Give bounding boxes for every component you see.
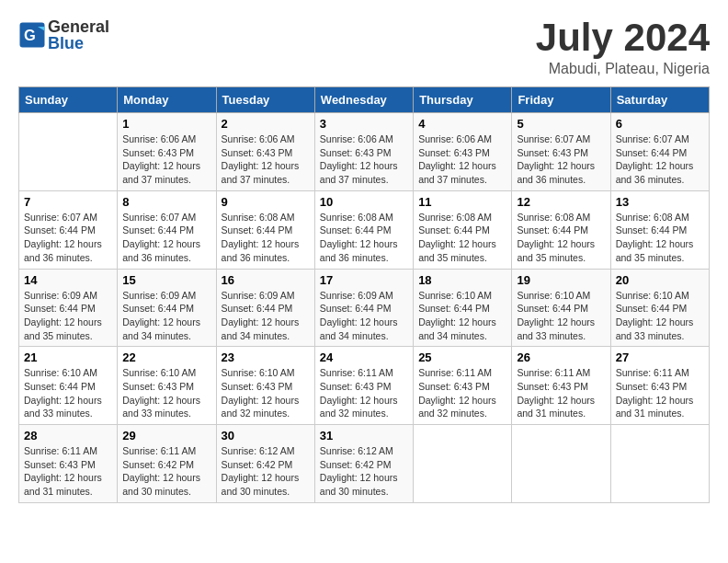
weekday-header-friday: Friday	[512, 87, 610, 113]
day-number: 6	[616, 117, 704, 131]
day-number: 13	[616, 195, 704, 209]
day-number: 21	[24, 350, 112, 364]
calendar-day-23: 23Sunrise: 6:10 AMSunset: 6:43 PMDayligh…	[216, 347, 314, 425]
day-info: Sunrise: 6:06 AMSunset: 6:43 PMDaylight:…	[222, 132, 310, 187]
day-info: Sunrise: 6:08 AMSunset: 6:44 PMDaylight:…	[418, 211, 506, 265]
day-info: Sunrise: 6:09 AMSunset: 6:44 PMDaylight:…	[222, 289, 310, 343]
day-number: 20	[616, 273, 704, 287]
calendar-day-25: 25Sunrise: 6:11 AMSunset: 6:43 PMDayligh…	[414, 347, 512, 425]
calendar-day-10: 10Sunrise: 6:08 AMSunset: 6:44 PMDayligh…	[314, 190, 413, 269]
calendar-day-9: 9Sunrise: 6:08 AMSunset: 6:44 PMDaylight…	[216, 190, 314, 269]
calendar-day-16: 16Sunrise: 6:09 AMSunset: 6:44 PMDayligh…	[216, 269, 314, 347]
calendar-empty-cell	[512, 425, 610, 503]
day-number: 18	[418, 273, 506, 287]
day-info: Sunrise: 6:06 AMSunset: 6:43 PMDaylight:…	[122, 132, 210, 187]
day-info: Sunrise: 6:10 AMSunset: 6:43 PMDaylight:…	[222, 366, 310, 420]
day-info: Sunrise: 6:11 AMSunset: 6:43 PMDaylight:…	[418, 366, 506, 420]
day-info: Sunrise: 6:11 AMSunset: 6:43 PMDaylight:…	[320, 366, 408, 420]
calendar-day-1: 1Sunrise: 6:06 AMSunset: 6:43 PMDaylight…	[118, 113, 216, 191]
calendar-day-31: 31Sunrise: 6:12 AMSunset: 6:42 PMDayligh…	[314, 425, 413, 503]
day-number: 3	[320, 117, 408, 131]
day-number: 30	[222, 429, 310, 442]
day-info: Sunrise: 6:10 AMSunset: 6:44 PMDaylight:…	[418, 289, 506, 343]
day-info: Sunrise: 6:08 AMSunset: 6:44 PMDaylight:…	[616, 211, 704, 265]
calendar-day-26: 26Sunrise: 6:11 AMSunset: 6:43 PMDayligh…	[512, 347, 610, 425]
day-info: Sunrise: 6:11 AMSunset: 6:43 PMDaylight:…	[24, 444, 112, 499]
day-info: Sunrise: 6:11 AMSunset: 6:43 PMDaylight:…	[616, 366, 704, 420]
day-number: 26	[517, 350, 605, 364]
calendar-day-15: 15Sunrise: 6:09 AMSunset: 6:44 PMDayligh…	[118, 269, 216, 347]
weekday-header-sunday: Sunday	[19, 87, 118, 113]
calendar-day-28: 28Sunrise: 6:11 AMSunset: 6:43 PMDayligh…	[19, 425, 118, 503]
day-number: 9	[222, 195, 310, 209]
day-number: 25	[418, 350, 506, 364]
day-info: Sunrise: 6:09 AMSunset: 6:44 PMDaylight:…	[122, 289, 210, 343]
day-info: Sunrise: 6:10 AMSunset: 6:44 PMDaylight:…	[616, 289, 704, 343]
calendar-day-8: 8Sunrise: 6:07 AMSunset: 6:44 PMDaylight…	[118, 190, 216, 269]
calendar-day-20: 20Sunrise: 6:10 AMSunset: 6:44 PMDayligh…	[610, 269, 709, 347]
logo-icon: G	[18, 21, 46, 49]
day-info: Sunrise: 6:07 AMSunset: 6:44 PMDaylight:…	[24, 211, 112, 265]
calendar-day-22: 22Sunrise: 6:10 AMSunset: 6:43 PMDayligh…	[118, 347, 216, 425]
day-number: 31	[320, 429, 408, 442]
day-info: Sunrise: 6:10 AMSunset: 6:44 PMDaylight:…	[24, 366, 112, 420]
day-info: Sunrise: 6:07 AMSunset: 6:43 PMDaylight:…	[517, 132, 605, 187]
location-text: Mabudi, Plateau, Nigeria	[536, 61, 710, 77]
weekday-header-tuesday: Tuesday	[216, 87, 314, 113]
svg-text:G: G	[24, 27, 36, 43]
calendar-day-13: 13Sunrise: 6:08 AMSunset: 6:44 PMDayligh…	[610, 190, 709, 269]
day-info: Sunrise: 6:12 AMSunset: 6:42 PMDaylight:…	[320, 444, 408, 499]
calendar-day-3: 3Sunrise: 6:06 AMSunset: 6:43 PMDaylight…	[314, 113, 413, 191]
day-number: 17	[320, 273, 408, 287]
day-info: Sunrise: 6:06 AMSunset: 6:43 PMDaylight:…	[320, 132, 408, 187]
calendar-week-row: 21Sunrise: 6:10 AMSunset: 6:44 PMDayligh…	[19, 347, 710, 425]
day-number: 15	[122, 273, 210, 287]
weekday-header-thursday: Thursday	[414, 87, 512, 113]
calendar-day-11: 11Sunrise: 6:08 AMSunset: 6:44 PMDayligh…	[414, 190, 512, 269]
day-info: Sunrise: 6:07 AMSunset: 6:44 PMDaylight:…	[122, 211, 210, 265]
calendar-week-row: 7Sunrise: 6:07 AMSunset: 6:44 PMDaylight…	[19, 190, 710, 269]
calendar-day-30: 30Sunrise: 6:12 AMSunset: 6:42 PMDayligh…	[216, 425, 314, 503]
weekday-header-saturday: Saturday	[610, 87, 709, 113]
weekday-header-row: SundayMondayTuesdayWednesdayThursdayFrid…	[19, 87, 710, 113]
logo-general-text: General	[48, 18, 109, 35]
calendar-day-27: 27Sunrise: 6:11 AMSunset: 6:43 PMDayligh…	[610, 347, 709, 425]
day-number: 4	[418, 117, 506, 131]
calendar-day-12: 12Sunrise: 6:08 AMSunset: 6:44 PMDayligh…	[512, 190, 610, 269]
day-number: 14	[24, 273, 112, 287]
day-info: Sunrise: 6:12 AMSunset: 6:42 PMDaylight:…	[222, 444, 310, 499]
calendar-day-4: 4Sunrise: 6:06 AMSunset: 6:43 PMDaylight…	[414, 113, 512, 191]
day-info: Sunrise: 6:09 AMSunset: 6:44 PMDaylight:…	[320, 289, 408, 343]
day-number: 27	[616, 350, 704, 364]
day-number: 5	[517, 117, 605, 131]
day-number: 8	[122, 195, 210, 209]
day-number: 10	[320, 195, 408, 209]
day-info: Sunrise: 6:07 AMSunset: 6:44 PMDaylight:…	[616, 132, 704, 187]
calendar-day-7: 7Sunrise: 6:07 AMSunset: 6:44 PMDaylight…	[19, 190, 118, 269]
calendar-day-19: 19Sunrise: 6:10 AMSunset: 6:44 PMDayligh…	[512, 269, 610, 347]
day-info: Sunrise: 6:10 AMSunset: 6:43 PMDaylight:…	[122, 366, 210, 420]
day-number: 2	[222, 117, 310, 131]
day-info: Sunrise: 6:09 AMSunset: 6:44 PMDaylight:…	[24, 289, 112, 343]
calendar-week-row: 14Sunrise: 6:09 AMSunset: 6:44 PMDayligh…	[19, 269, 710, 347]
day-number: 16	[222, 273, 310, 287]
calendar-day-29: 29Sunrise: 6:11 AMSunset: 6:42 PMDayligh…	[118, 425, 216, 503]
calendar-day-21: 21Sunrise: 6:10 AMSunset: 6:44 PMDayligh…	[19, 347, 118, 425]
calendar-day-17: 17Sunrise: 6:09 AMSunset: 6:44 PMDayligh…	[314, 269, 413, 347]
calendar-empty-cell	[19, 113, 118, 191]
calendar-table: SundayMondayTuesdayWednesdayThursdayFrid…	[18, 86, 710, 503]
day-info: Sunrise: 6:08 AMSunset: 6:44 PMDaylight:…	[517, 211, 605, 265]
logo: G General Blue	[18, 18, 109, 52]
day-number: 1	[122, 117, 210, 131]
day-info: Sunrise: 6:11 AMSunset: 6:42 PMDaylight:…	[122, 444, 210, 499]
calendar-day-2: 2Sunrise: 6:06 AMSunset: 6:43 PMDaylight…	[216, 113, 314, 191]
day-number: 29	[122, 429, 210, 442]
day-info: Sunrise: 6:06 AMSunset: 6:43 PMDaylight:…	[418, 132, 506, 187]
calendar-day-6: 6Sunrise: 6:07 AMSunset: 6:44 PMDaylight…	[610, 113, 709, 191]
calendar-week-row: 28Sunrise: 6:11 AMSunset: 6:43 PMDayligh…	[19, 425, 710, 503]
calendar-day-5: 5Sunrise: 6:07 AMSunset: 6:43 PMDaylight…	[512, 113, 610, 191]
month-title: July 2024	[536, 18, 710, 57]
calendar-day-24: 24Sunrise: 6:11 AMSunset: 6:43 PMDayligh…	[314, 347, 413, 425]
day-number: 28	[24, 429, 112, 442]
day-number: 11	[418, 195, 506, 209]
